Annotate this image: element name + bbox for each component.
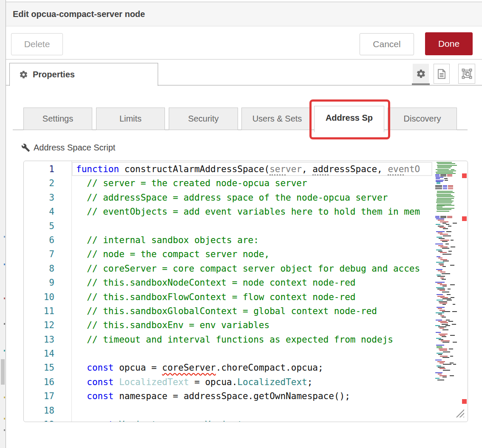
- error-marker[interactable]: [462, 173, 467, 178]
- description-view-button[interactable]: [434, 64, 450, 84]
- minimap-row: [447, 176, 452, 176]
- minimap-row: [442, 286, 447, 286]
- minimap-row: [447, 217, 452, 218]
- code-line[interactable]: [71, 404, 457, 418]
- code-line[interactable]: // this.sandboxEnv = env variables: [71, 318, 457, 332]
- minimap-row: [440, 216, 446, 217]
- minimap-row: [436, 169, 449, 170]
- minimap-row: [437, 276, 445, 277]
- tab-security[interactable]: Security: [169, 108, 238, 130]
- code-line[interactable]: // eventObjects = add event variables he…: [71, 205, 457, 219]
- minimap-row: [437, 366, 441, 366]
- code-line[interactable]: [71, 219, 457, 233]
- minimap-row: [442, 279, 446, 280]
- minimap-row: [436, 262, 444, 263]
- minimap-row: [439, 238, 445, 239]
- minimap-row: [442, 266, 446, 267]
- minimap-row: [443, 187, 447, 187]
- error-marker[interactable]: [462, 216, 467, 221]
- code-line[interactable]: // server = the created node-opcua serve…: [71, 176, 457, 190]
- minimap-row: [435, 188, 442, 189]
- minimap-row: [436, 202, 452, 203]
- minimap-row: [440, 247, 448, 247]
- code-line[interactable]: function constructAlarmAddressSpace(serv…: [71, 162, 457, 176]
- code-line[interactable]: // addressSpace = address space of the n…: [71, 191, 457, 205]
- code-area[interactable]: function constructAlarmAddressSpace(serv…: [71, 162, 457, 422]
- minimap-row: [442, 311, 450, 312]
- minimap-row: [442, 329, 448, 330]
- delete-button[interactable]: Delete: [11, 33, 63, 55]
- line-number: 13: [24, 333, 71, 347]
- dialog-content: Settings Limits Security Users & Sets Ad…: [6, 86, 482, 448]
- minimap-row: [446, 320, 450, 320]
- minimap-row: [437, 165, 456, 166]
- line-number: 3: [24, 191, 71, 205]
- code-line[interactable]: // this.sandboxGlobalContext = global co…: [71, 304, 457, 318]
- minimap-row: [437, 162, 451, 163]
- properties-view-button[interactable]: [413, 64, 429, 84]
- minimap-row: [442, 377, 447, 377]
- minimap-row: [439, 303, 447, 303]
- minimap-row: [440, 335, 445, 336]
- error-marker[interactable]: [462, 399, 467, 404]
- minimap-row: [445, 325, 450, 326]
- minimap-row: [437, 192, 452, 193]
- line-number: 10: [24, 290, 71, 304]
- properties-tab-bar: Properties: [6, 60, 482, 86]
- code-line[interactable]: // node = the compact server node,: [71, 247, 457, 261]
- code-line[interactable]: // this.sandboxNodeContext = node contex…: [71, 276, 457, 290]
- dialog-header: Edit opcua-compact-server node: [6, 2, 482, 26]
- minimap-row: [437, 166, 452, 167]
- minimap-row: [438, 233, 442, 233]
- minimap-row: [438, 251, 442, 252]
- minimap-row: [443, 370, 450, 371]
- minimap-row: [437, 346, 442, 347]
- group-view-button[interactable]: [458, 64, 475, 84]
- minimap-row: [440, 265, 444, 266]
- code-line[interactable]: // internal sandbox objects are:: [71, 233, 457, 247]
- tab-properties[interactable]: Properties: [9, 63, 158, 86]
- minimap-row: [436, 332, 441, 333]
- done-button[interactable]: Done: [425, 32, 473, 55]
- minimap-row: [436, 231, 445, 232]
- minimap-row: [439, 349, 447, 349]
- code-line[interactable]: const namespace = addressSpace.getOwnNam…: [71, 389, 457, 403]
- line-number: 16: [24, 375, 71, 389]
- minimap-row: [437, 283, 442, 284]
- cancel-button[interactable]: Cancel: [360, 33, 414, 55]
- minimap-row: [437, 191, 453, 192]
- minimap-row: [437, 196, 454, 197]
- minimap-row: [437, 380, 444, 380]
- minimap-row: [437, 275, 441, 275]
- tab-limits[interactable]: Limits: [96, 108, 165, 130]
- tab-discovery[interactable]: Discovery: [388, 108, 457, 130]
- code-line[interactable]: const LocalizedText = opcua.LocalizedTex…: [71, 375, 457, 389]
- code-editor[interactable]: 12345678910111213141516171819 function c…: [23, 161, 468, 422]
- minimap-row: [442, 304, 446, 305]
- code-line[interactable]: // coreServer = core compact server obje…: [71, 262, 457, 276]
- minimap-row: [437, 163, 455, 164]
- editor-minimap[interactable]: [434, 162, 458, 387]
- code-line[interactable]: // timeout and interval functions as exp…: [71, 333, 457, 347]
- minimap-row: [436, 312, 444, 313]
- minimap-row: [439, 375, 446, 376]
- code-line[interactable]: const opcua = coreServer.choreCompact.op…: [71, 361, 457, 375]
- background-scrollbar-thumb[interactable]: [1, 359, 5, 385]
- minimap-row: [437, 211, 449, 212]
- minimap-row: [435, 187, 442, 187]
- code-line[interactable]: // this.sandboxFlowContext = flow contex…: [71, 290, 457, 304]
- tab-address-space[interactable]: Address Sp: [314, 106, 384, 132]
- tab-users-sets[interactable]: Users & Sets: [241, 108, 310, 130]
- minimap-row: [446, 224, 449, 225]
- minimap-row: [443, 352, 450, 352]
- minimap-row: [435, 372, 442, 373]
- gear-icon: [19, 70, 28, 79]
- minimap-row: [435, 378, 439, 379]
- code-line[interactable]: [71, 347, 457, 361]
- code-line[interactable]: const Variant = opcua.Variant;: [71, 418, 457, 422]
- minimap-row: [435, 174, 439, 175]
- minimap-row: [439, 334, 448, 335]
- tab-settings[interactable]: Settings: [23, 108, 92, 130]
- minimap-row: [451, 170, 454, 171]
- minimap-row: [436, 218, 444, 219]
